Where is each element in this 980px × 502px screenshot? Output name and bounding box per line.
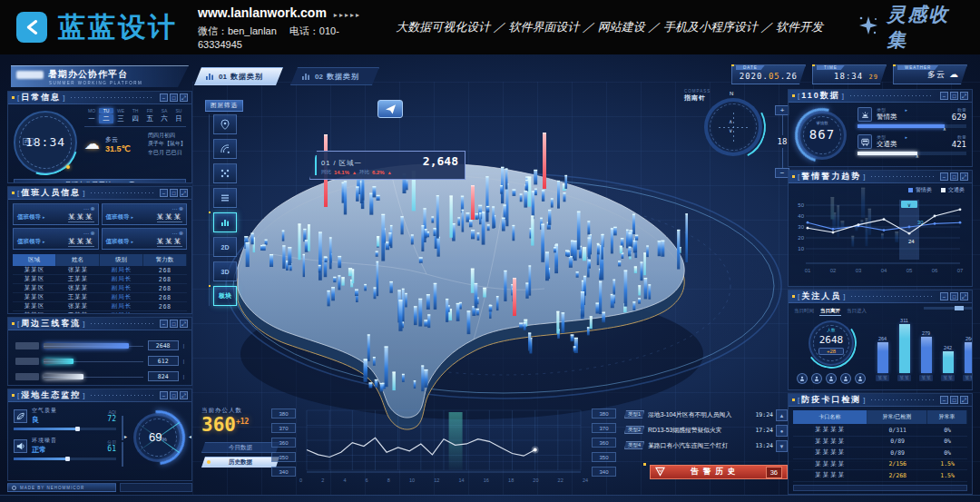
scroll-up-icon[interactable]: ▲ — [776, 409, 788, 421]
y-label: 360 — [592, 438, 616, 448]
list-layer-button[interactable] — [213, 188, 237, 208]
redacted-logo — [16, 71, 44, 79]
focus-category-icons — [793, 373, 869, 384]
window-icon[interactable]: □ — [950, 172, 958, 181]
duty-col-header[interactable]: 区域 — [13, 254, 56, 266]
person-category-icon[interactable] — [855, 373, 866, 384]
weekday-cn[interactable]: 五 — [142, 114, 157, 123]
radar-layer-button[interactable] — [213, 139, 237, 159]
focus-tab[interactable]: 当日时间 — [793, 307, 815, 316]
tab-01[interactable]: 01数据类别 — [194, 67, 283, 85]
minimize-icon[interactable]: − — [940, 396, 948, 404]
weekday-cn[interactable]: 六 — [157, 114, 172, 123]
person-category-icon[interactable] — [826, 373, 837, 384]
minimize-icon[interactable]: − — [160, 391, 168, 399]
weekday-cn[interactable]: 一 — [84, 114, 99, 123]
window-icon[interactable]: □ — [170, 391, 178, 399]
history-data-button[interactable]: 历史数据 — [201, 457, 279, 468]
duty-col-header[interactable]: 级别 — [100, 254, 143, 266]
week-calendar: MOTUWETHFRSASU一二三四五六日 — [84, 108, 186, 127]
weekday-cn[interactable]: 四 — [128, 114, 142, 123]
inspiration-collect: 灵感收集 — [858, 2, 964, 53]
tab-02[interactable]: 02数据类别 — [290, 67, 379, 85]
minimize-icon[interactable]: − — [940, 172, 948, 181]
expand-icon[interactable]: ⤢ — [180, 94, 188, 102]
duty-row: 某某区张某某副局长268 — [13, 302, 187, 311]
date-box: DATE 2020.05.26 — [731, 64, 806, 84]
weekday-cn[interactable]: 三 — [113, 114, 128, 123]
window-icon[interactable]: □ — [170, 320, 178, 328]
minimize-icon[interactable]: − — [940, 92, 948, 100]
card-close-icon[interactable]: ⋯ ⊗ — [172, 230, 183, 236]
alert-item[interactable]: 类型2RD13-53烟感报警疑似火灾17:24 — [624, 424, 773, 436]
scroll-down-icon[interactable]: ▼ — [776, 440, 788, 452]
duty-leader-card[interactable]: 值班领导▸⋯ ⊗某某某 — [102, 203, 188, 225]
chart-scrollbar[interactable] — [924, 307, 973, 310]
alert-history-button[interactable]: 告警历史 36 — [650, 465, 788, 479]
eco-metric: 环境噪音正常分贝61 — [14, 437, 116, 460]
focus-bar: 242某某 — [939, 345, 956, 381]
card-close-icon[interactable]: ⋯ ⊗ — [83, 230, 95, 236]
dashboard: 暑期办公协作平台 SUMMER WORKING PLATFORM 01数据类别0… — [0, 54, 980, 502]
focus-gauge: 人数 2648 +28 — [806, 318, 857, 369]
weekday-cn[interactable]: 日 — [172, 114, 186, 123]
leaf-icon — [14, 409, 27, 423]
legend-item[interactable]: 警情类 — [908, 186, 932, 194]
district-layer-button[interactable]: 板块 — [213, 286, 237, 306]
panel-title: 警情警力趋势 — [801, 171, 861, 182]
chart-layer-button[interactable] — [213, 212, 237, 232]
minimize-icon[interactable]: − — [160, 94, 168, 102]
duty-leader-card[interactable]: 值班领导▸⋯ ⊗某某某 — [13, 228, 99, 250]
checkpoint-col-header[interactable]: 卡口名称 — [793, 410, 867, 424]
website-link[interactable]: www.lanlanwork.com — [198, 5, 327, 20]
view-2d-button[interactable]: 2D — [213, 237, 237, 257]
checkpoint-col-header[interactable]: 异常率 — [927, 410, 967, 424]
duty-leader-cards: 值班领导▸⋯ ⊗某某某值班领导▸⋯ ⊗某某某值班领导▸⋯ ⊗某某某值班领导▸⋯ … — [8, 200, 191, 251]
person-category-icon[interactable] — [840, 373, 851, 384]
legend-item[interactable]: 交通类 — [941, 186, 965, 194]
cluster-layer-button[interactable] — [213, 163, 237, 183]
duty-leader-card[interactable]: 值班领导▸⋯ ⊗某某某 — [102, 228, 188, 250]
gear-icon — [12, 486, 16, 490]
duty-leader-card[interactable]: 值班领导▸⋯ ⊗某某某 — [13, 203, 99, 225]
minimize-icon[interactable]: − — [160, 320, 168, 328]
checkpoint-col-header[interactable]: 异常/已检测 — [867, 410, 927, 424]
person-category-icon[interactable] — [797, 373, 808, 384]
svg-text:07: 07 — [957, 268, 964, 273]
window-icon[interactable]: □ — [170, 189, 178, 197]
focus-tab[interactable]: 当日进入 — [846, 307, 867, 316]
north-indicator: N — [730, 91, 733, 96]
scroll-dot-icon[interactable]: ● — [776, 425, 788, 437]
weekday-cn[interactable]: 二 — [99, 114, 113, 123]
window-icon[interactable]: □ — [950, 92, 958, 100]
card-close-icon[interactable]: ⋯ ⊗ — [172, 205, 183, 212]
view-3d-button[interactable]: 3D — [213, 261, 237, 281]
gauge-value: 69 — [149, 430, 162, 444]
focus-tab[interactable]: 当日离开 — [819, 307, 841, 316]
window-icon[interactable]: □ — [950, 292, 958, 300]
window-icon[interactable]: □ — [950, 396, 958, 404]
office-line-chart — [299, 407, 588, 476]
minimize-icon[interactable]: − — [160, 189, 168, 197]
person-category-icon[interactable] — [811, 373, 822, 384]
chart-icon — [220, 217, 230, 229]
expand-icon[interactable]: ⤢ — [960, 396, 968, 404]
window-icon[interactable]: □ — [170, 94, 178, 102]
duty-col-header[interactable]: 警力数 — [143, 254, 187, 266]
expand-icon[interactable]: ⤢ — [960, 172, 968, 181]
alert-item[interactable]: 类型4某路口有小汽车连闯三个红灯13:24 — [624, 439, 773, 451]
expand-icon[interactable]: ⤢ — [960, 292, 968, 300]
expand-icon[interactable]: ⤢ — [180, 189, 188, 197]
expand-icon[interactable]: ⤢ — [180, 320, 188, 328]
today-data-button[interactable]: 今日数据 — [201, 442, 279, 453]
expand-icon[interactable]: ⤢ — [960, 92, 968, 100]
location-layer-button[interactable] — [213, 114, 237, 134]
navigate-button[interactable] — [377, 100, 403, 118]
duty-table: 某某区张某某副局长268某某区王某某副局长268某某区张某某副局长268某某区王… — [13, 266, 187, 314]
expand-icon[interactable]: ⤢ — [180, 391, 188, 399]
card-close-icon[interactable]: ⋯ ⊗ — [83, 205, 95, 212]
lunar-calendar: 闰四月初四庚子年【鼠年】辛巳月 己巳日 — [148, 132, 186, 157]
duty-col-header[interactable]: 姓名 — [56, 254, 100, 266]
minimize-icon[interactable]: − — [940, 292, 948, 300]
alert-item[interactable]: 类型1湿地3-104片区有不明人员闯入19:24 — [624, 408, 773, 420]
